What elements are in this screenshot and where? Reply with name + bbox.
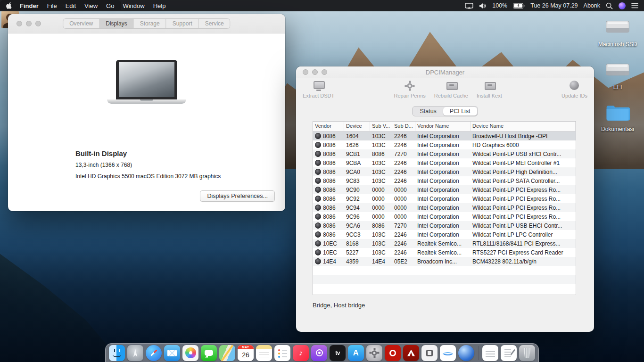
display-size: 13,3-inch (644 x 362) [75, 162, 132, 168]
menu-bar-clock[interactable]: Tue 26 May 07.29 [530, 2, 578, 9]
table-row[interactable]: 80869C9200000000Intel CorporationWildcat… [313, 194, 576, 203]
toolbar-repair-perms[interactable]: Repair Perms [394, 80, 425, 99]
dock-icon-podcasts[interactable] [311, 345, 327, 361]
notification-center-icon[interactable] [631, 3, 638, 8]
menu-help[interactable]: Help [153, 2, 166, 9]
about-content: Built-in Display 13,3-inch (644 x 362) … [8, 33, 285, 211]
table-row[interactable]: 80869C9400000000Intel CorporationWildcat… [313, 203, 576, 212]
tab-status[interactable]: Status [413, 107, 443, 115]
dock-icon-app-store[interactable]: A [348, 345, 364, 361]
dock-icon-mail[interactable] [164, 345, 180, 361]
dock-icon-calendar[interactable]: MAY26 [238, 345, 254, 361]
selection-description: Bridge, Host bridge [313, 302, 594, 309]
toolbar-install-kext[interactable]: Install Kext [477, 80, 502, 99]
kext-icon [315, 169, 321, 175]
tab-pci-list[interactable]: PCI List [443, 107, 477, 115]
dock-icon-red-app[interactable] [403, 345, 419, 361]
tab-support[interactable]: Support [166, 19, 199, 28]
column-header-vendor[interactable]: Vendor [313, 122, 344, 131]
zoom-button[interactable] [35, 21, 41, 26]
table-row[interactable]: 80861626103C2246Intel CorporationHD Grap… [313, 140, 576, 149]
dock-icon-utility-app[interactable] [421, 345, 438, 361]
spotlight-icon[interactable] [606, 2, 613, 9]
table-row[interactable]: 10EC8168103C2246Realtek Semico...RTL8111… [313, 239, 576, 248]
dock-icon-photos[interactable] [182, 345, 198, 361]
table-row[interactable]: 80869CB180867270Intel CorporationWildcat… [313, 149, 576, 158]
kext-icon [315, 205, 321, 211]
displays-preferences-button[interactable]: Displays Preferences... [200, 190, 275, 202]
window-title: DPCIManager [426, 69, 464, 76]
menu-file[interactable]: File [47, 2, 57, 9]
tab-service[interactable]: Service [199, 19, 230, 28]
table-row[interactable]: 14E4435914E405E2Broadcom Inc...BCM43228 … [313, 257, 576, 266]
menu-bar-status: 100% Tue 26 May 07.29 Abonk [465, 2, 638, 9]
dock-icon-textedit[interactable] [482, 345, 498, 361]
column-header-vendor-name[interactable]: Vendor Name [415, 122, 471, 131]
column-header-device-name[interactable]: Device Name [471, 122, 576, 131]
dock-icon-reminders[interactable] [274, 345, 290, 361]
dock-icon-music[interactable]: ♪ [293, 345, 309, 361]
dpcimanager-window: DPCIManager Extract DSDT Repair PermsReb… [296, 66, 594, 332]
dock-icon-tv[interactable]: tv [330, 345, 346, 361]
close-button[interactable] [303, 69, 308, 75]
macbook-screen [116, 60, 177, 99]
tab-storage[interactable]: Storage [134, 19, 166, 28]
toolbar-rebuild-cache[interactable]: Rebuild Cache [434, 80, 468, 99]
toolbar-label: Repair Perms [394, 93, 425, 99]
dock-icon-messages[interactable] [201, 345, 217, 361]
dock-icon-safari[interactable] [146, 345, 162, 361]
minimize-button[interactable] [26, 21, 32, 26]
tab-overview[interactable]: Overview [63, 19, 99, 28]
screen-mirroring-icon[interactable] [465, 3, 473, 9]
table-row[interactable]: 80869C83103C2246Intel CorporationWildcat… [313, 176, 576, 185]
dpci-toolbar: Extract DSDT Repair PermsRebuild CacheIn… [296, 78, 594, 105]
table-row[interactable]: 80869CC3103C2246Intel CorporationWildcat… [313, 230, 576, 239]
volume-icon[interactable] [479, 3, 487, 9]
zoom-button[interactable] [322, 69, 327, 75]
desktop-icon-macintosh-ssd[interactable]: Macintosh SSD [595, 17, 640, 48]
dock-icon-maps[interactable] [219, 345, 235, 361]
toolbar-extract-dsdt[interactable]: Extract DSDT [303, 80, 334, 99]
dock-icon-notes[interactable] [256, 345, 272, 361]
menu-bar: Finder FileEditViewGoWindowHelp 100% Tue… [0, 0, 644, 11]
desktop-icon-label: EFI [613, 84, 622, 90]
table-row[interactable]: 80869CA680867270Intel CorporationWildcat… [313, 221, 576, 230]
table-row[interactable]: 10EC5227103C2246Realtek Semico...RTS5227… [313, 248, 576, 257]
toolbar-update-ids[interactable]: Update IDs [561, 80, 587, 99]
column-header-sub-v[interactable]: Sub V... [370, 122, 392, 131]
menu-go[interactable]: Go [106, 2, 114, 9]
dock-icon-document-app[interactable] [501, 345, 517, 361]
kext-icon [315, 187, 321, 193]
battery-icon[interactable] [513, 3, 525, 9]
tab-displays[interactable]: Displays [99, 19, 133, 28]
table-row[interactable]: 80869CA0103C2246Intel CorporationWildcat… [313, 167, 576, 176]
table-row[interactable]: 80861604103C2246Intel CorporationBroadwe… [313, 132, 576, 140]
dock-icon-finder[interactable] [109, 345, 125, 361]
pci-table-header: VendorDeviceSub V...Sub D...Vendor NameD… [313, 122, 576, 132]
desktop-icon-dokumentasi[interactable]: Dokumentasi [595, 103, 640, 132]
menu-view[interactable]: View [84, 2, 98, 9]
table-row[interactable]: 80869CBA103C2246Intel CorporationWildcat… [313, 158, 576, 167]
menu-window[interactable]: Window [123, 2, 144, 9]
kext-icon [315, 258, 321, 264]
dock-icon-system-preferences[interactable] [366, 345, 382, 361]
dock-icon-blue-sphere-app[interactable] [458, 345, 474, 361]
dock-icon-acrobat[interactable] [385, 345, 401, 361]
assistant-icon[interactable] [619, 2, 626, 9]
dock-icon-trash[interactable] [519, 345, 535, 361]
macbook-image [107, 60, 186, 104]
folder-icon [605, 103, 630, 124]
table-row[interactable]: 80869C9600000000Intel CorporationWildcat… [313, 212, 576, 221]
dock-icon-monitor-app[interactable] [440, 345, 456, 361]
desktop-icon-efi[interactable]: EFI [595, 60, 640, 90]
column-header-sub-d[interactable]: Sub D... [392, 122, 415, 131]
menu-edit[interactable]: Edit [66, 2, 76, 9]
apple-menu[interactable] [6, 2, 12, 9]
dock-icon-launchpad[interactable] [127, 345, 143, 361]
app-menu-title[interactable]: Finder [20, 2, 39, 9]
column-header-device[interactable]: Device [344, 122, 370, 131]
minimize-button[interactable] [312, 69, 318, 75]
user-menu[interactable]: Abonk [584, 2, 600, 9]
table-row[interactable]: 80869C9000000000Intel CorporationWildcat… [313, 185, 576, 194]
close-button[interactable] [17, 21, 22, 26]
